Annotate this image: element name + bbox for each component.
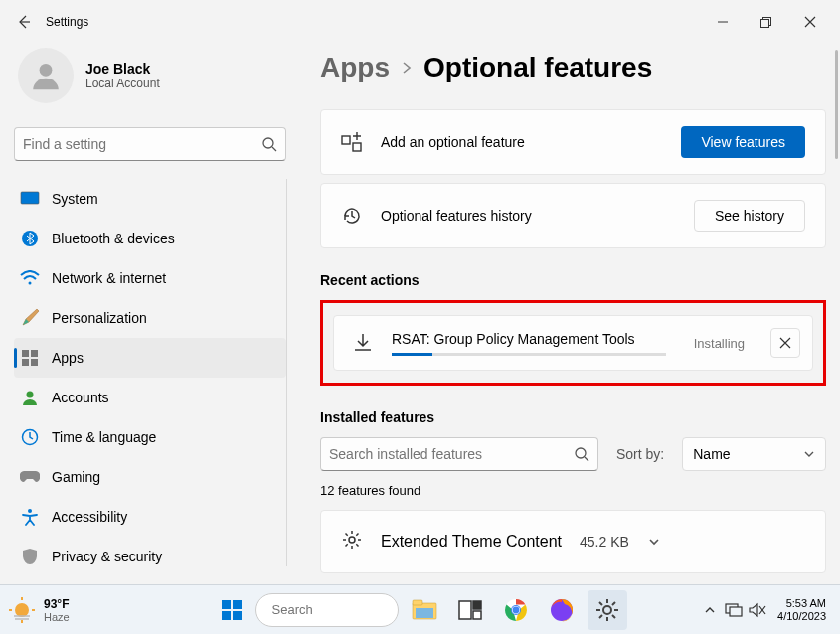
- sidebar-item-time[interactable]: Time & language: [14, 417, 286, 457]
- svg-point-44: [512, 606, 519, 613]
- user-account-type: Local Account: [85, 77, 160, 90]
- sort-select[interactable]: Name: [682, 437, 826, 471]
- svg-line-5: [272, 147, 276, 151]
- clock-time: 5:53 AM: [777, 597, 826, 610]
- sidebar-item-bluetooth[interactable]: Bluetooth & devices: [14, 219, 286, 258]
- user-profile[interactable]: Joe Black Local Account: [14, 44, 286, 119]
- search-icon: [261, 136, 277, 152]
- sort-value: Name: [693, 446, 730, 462]
- wifi-icon: [20, 268, 40, 288]
- svg-rect-37: [416, 608, 433, 618]
- taskbar-app-taskview[interactable]: [450, 590, 490, 630]
- svg-rect-11: [31, 350, 38, 357]
- installed-feature-row[interactable]: Extended Theme Content 45.2 KB: [320, 510, 826, 573]
- cancel-action-button[interactable]: [770, 328, 800, 358]
- feature-label: Extended Theme Content: [381, 533, 562, 551]
- chevron-down-icon: [803, 448, 815, 460]
- sidebar-item-personalization[interactable]: Personalization: [14, 298, 286, 338]
- chevron-right-icon: [400, 61, 414, 75]
- svg-rect-2: [761, 20, 769, 28]
- sidebar-item-label: Apps: [52, 350, 84, 366]
- svg-rect-29: [222, 600, 231, 609]
- features-count: 12 features found: [320, 483, 826, 498]
- recent-action-row: RSAT: Group Policy Management Tools Inst…: [333, 315, 813, 371]
- minimize-button[interactable]: [701, 6, 745, 38]
- close-button[interactable]: [788, 6, 832, 38]
- sidebar-item-network[interactable]: Network & internet: [14, 258, 286, 298]
- taskbar-app-chrome[interactable]: [496, 590, 536, 630]
- view-features-button[interactable]: View features: [681, 126, 805, 158]
- highlight-annotation: RSAT: Group Policy Management Tools Inst…: [320, 300, 826, 386]
- breadcrumb: Apps Optional features: [320, 52, 826, 83]
- sort-by-label: Sort by:: [616, 446, 664, 462]
- taskbar-app-firefox[interactable]: [542, 590, 582, 630]
- svg-rect-13: [31, 359, 38, 366]
- maximize-button[interactable]: [745, 6, 788, 38]
- history-card: Optional features history See history: [320, 183, 826, 248]
- taskbar-clock[interactable]: 5:53 AM 4/10/2023: [771, 597, 832, 623]
- accessibility-icon: [20, 507, 40, 527]
- content-scrollbar[interactable]: [830, 50, 840, 582]
- taskbar-app-settings[interactable]: [588, 590, 627, 630]
- svg-point-22: [15, 603, 29, 617]
- sidebar-item-label: Personalization: [52, 310, 147, 326]
- svg-point-16: [28, 509, 32, 513]
- taskbar-search[interactable]: [255, 593, 399, 627]
- taskbar-app-explorer[interactable]: [405, 590, 444, 630]
- see-history-button[interactable]: See history: [694, 200, 805, 232]
- feature-size: 45.2 KB: [580, 534, 629, 550]
- shield-icon: [20, 547, 40, 566]
- sidebar-item-accessibility[interactable]: Accessibility: [14, 497, 286, 537]
- back-button[interactable]: [8, 6, 40, 38]
- sidebar-item-privacy[interactable]: Privacy & security: [14, 537, 286, 566]
- sidebar-item-label: Network & internet: [52, 270, 166, 286]
- svg-rect-30: [233, 600, 242, 609]
- weather-temp: 93°F: [44, 597, 70, 611]
- svg-point-3: [40, 64, 53, 77]
- chevron-down-icon[interactable]: [647, 535, 661, 549]
- svg-rect-48: [730, 607, 742, 616]
- tray-chevron-icon[interactable]: [700, 600, 720, 620]
- sidebar-item-label: Gaming: [52, 469, 100, 485]
- search-icon: [574, 446, 589, 462]
- add-feature-icon: [341, 131, 363, 153]
- user-name: Joe Black: [85, 61, 160, 77]
- installed-search-input[interactable]: [329, 446, 574, 462]
- svg-rect-32: [233, 611, 242, 620]
- person-icon: [20, 388, 40, 407]
- gear-icon: [341, 529, 363, 555]
- recent-action-status: Installing: [694, 336, 745, 351]
- weather-widget[interactable]: 93°F Haze: [8, 596, 177, 624]
- sidebar-item-gaming[interactable]: Gaming: [14, 457, 286, 497]
- history-label: Optional features history: [381, 208, 676, 224]
- sidebar-item-apps[interactable]: Apps: [14, 338, 286, 378]
- svg-rect-31: [222, 611, 231, 620]
- sidebar-item-label: Time & language: [52, 429, 156, 445]
- svg-rect-40: [473, 611, 481, 619]
- sidebar-item-label: System: [52, 191, 98, 207]
- recent-action-title: RSAT: Group Policy Management Tools: [392, 331, 666, 347]
- start-button[interactable]: [214, 592, 250, 628]
- settings-search[interactable]: [14, 127, 286, 161]
- apps-icon: [20, 348, 40, 368]
- svg-rect-39: [473, 601, 481, 609]
- settings-search-input[interactable]: [23, 136, 261, 152]
- breadcrumb-parent[interactable]: Apps: [320, 52, 390, 83]
- tray-network-icon[interactable]: [724, 600, 744, 620]
- svg-point-21: [349, 537, 355, 543]
- svg-rect-10: [22, 350, 29, 357]
- sidebar-item-system[interactable]: System: [14, 179, 286, 219]
- history-icon: [341, 205, 363, 227]
- paintbrush-icon: [20, 308, 40, 328]
- download-icon: [352, 332, 374, 354]
- add-feature-card: Add an optional feature View features: [320, 109, 826, 175]
- sidebar-item-accounts[interactable]: Accounts: [14, 378, 286, 417]
- svg-point-9: [29, 282, 32, 285]
- installed-search[interactable]: [320, 437, 598, 471]
- gamepad-icon: [20, 467, 40, 487]
- svg-rect-12: [22, 359, 29, 366]
- svg-point-19: [576, 448, 586, 458]
- progress-bar: [392, 353, 666, 356]
- tray-volume-icon[interactable]: [748, 600, 767, 620]
- svg-rect-6: [21, 192, 39, 204]
